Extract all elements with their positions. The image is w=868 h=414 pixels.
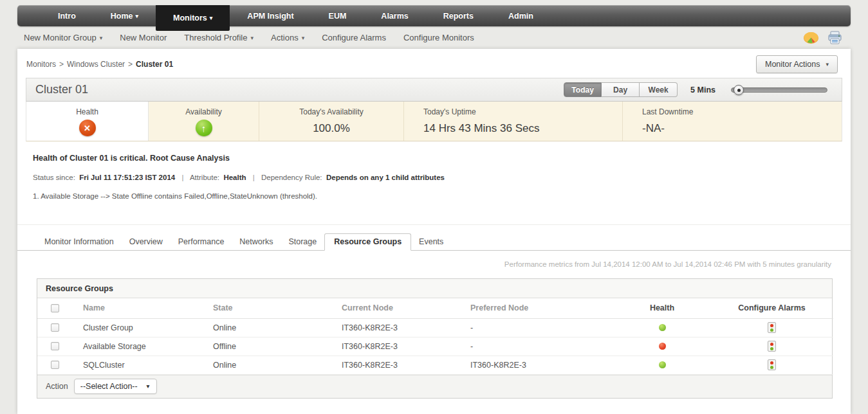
tool-item-label: New Monitor xyxy=(120,33,167,42)
stat-label: Last Downtime xyxy=(642,107,842,116)
table-row: Cluster Group Online IT360-K8R2E-3 - xyxy=(37,318,833,337)
actions-menu[interactable]: Actions▾ xyxy=(271,33,304,42)
nav-item-eum[interactable]: EUM xyxy=(311,5,364,26)
stat-availability[interactable]: Availability xyxy=(149,102,259,141)
table-title: Resource Groups xyxy=(37,279,832,298)
monitor-actions-button[interactable]: Monitor Actions ▾ xyxy=(756,55,838,73)
nav-item-admin[interactable]: Admin xyxy=(491,5,551,26)
action-select[interactable]: --Select Action-- ▼ xyxy=(74,379,157,394)
table-row: Available Storage Offline IT360-K8R2E-3 … xyxy=(37,337,833,356)
cell-state: Online xyxy=(212,356,340,374)
nav-item-label: Reports xyxy=(443,12,474,21)
cell-name: Cluster Group xyxy=(80,318,212,337)
table-row: SQLCluster Online IT360-K8R2E-3 IT360-K8… xyxy=(37,356,833,374)
tab-events[interactable]: Events xyxy=(411,234,451,250)
granularity-label: 5 Mins xyxy=(690,86,716,94)
tab-storage[interactable]: Storage xyxy=(281,234,324,250)
tool-item-label: Actions xyxy=(271,33,299,42)
nav-item-label: Home xyxy=(111,12,133,21)
availability-up-icon xyxy=(196,120,212,136)
configure-alarms-icon[interactable] xyxy=(768,341,776,352)
cluster-header-bar: Cluster 01 Today Day Week 5 Mins xyxy=(26,78,842,102)
nav-item-alarms[interactable]: Alarms xyxy=(364,5,425,26)
stats-strip: Health Availability Today's Availability… xyxy=(26,102,842,141)
row-checkbox[interactable] xyxy=(51,323,59,332)
breadcrumb-separator: > xyxy=(128,60,133,69)
threshold-profile-menu[interactable]: Threshold Profile▾ xyxy=(184,33,254,42)
resource-groups-table: Name State Current Node Preferred Node H… xyxy=(37,298,833,375)
new-monitor-group-menu[interactable]: New Monitor Group▾ xyxy=(24,33,102,42)
nav-item-label: APM Insight xyxy=(247,12,293,21)
stat-health[interactable]: Health xyxy=(26,102,149,141)
slider-handle[interactable] xyxy=(734,85,744,95)
breadcrumb-link-monitors[interactable]: Monitors xyxy=(26,60,56,69)
pie-chart-icon[interactable] xyxy=(803,32,819,44)
separator: | xyxy=(253,174,255,181)
main-content-panel: Monitors>Windows Cluster>Cluster 01 Moni… xyxy=(17,49,851,414)
row-checkbox[interactable] xyxy=(51,342,59,350)
breadcrumb-current-page: Cluster 01 xyxy=(136,60,173,69)
attribute-value: Health xyxy=(223,174,246,181)
period-button-week[interactable]: Week xyxy=(640,82,678,97)
configure-alarms-icon[interactable] xyxy=(768,322,776,333)
period-controls: Today Day Week 5 Mins xyxy=(564,82,833,97)
stat-todays-uptime: Today's Uptime 14 Hrs 43 Mins 36 Secs xyxy=(404,102,623,141)
page-title: Cluster 01 xyxy=(35,83,88,96)
stat-value: 100.0% xyxy=(259,122,403,135)
cell-preferred-node: - xyxy=(469,337,614,356)
monitor-actions-label: Monitor Actions xyxy=(765,60,820,69)
table-header-row: Name State Current Node Preferred Node H… xyxy=(37,298,833,318)
column-header-current-node: Current Node xyxy=(340,298,469,318)
stat-label: Availability xyxy=(149,107,259,116)
cell-current-node: IT360-K8R2E-3 xyxy=(340,356,469,374)
chevron-down-icon: ▾ xyxy=(100,35,103,41)
tab-resource-groups[interactable]: Resource Groups xyxy=(324,233,411,251)
column-header-configure-alarms: Configure Alarms xyxy=(710,298,833,318)
resource-groups-table-container: Resource Groups Name State Current Node … xyxy=(37,278,833,399)
separator: | xyxy=(181,174,183,181)
chevron-down-icon: ▾ xyxy=(251,35,254,41)
nav-item-reports[interactable]: Reports xyxy=(426,5,491,26)
nav-item-intro[interactable]: Intro xyxy=(41,5,93,26)
period-button-today[interactable]: Today xyxy=(564,82,602,97)
nav-item-apm-insight[interactable]: APM Insight xyxy=(230,5,311,26)
period-button-group: Today Day Week xyxy=(564,82,678,97)
status-since-label: Status since: xyxy=(33,174,75,181)
breadcrumb-link-windows-cluster[interactable]: Windows Cluster xyxy=(67,60,125,69)
period-button-day[interactable]: Day xyxy=(602,82,640,97)
stat-todays-availability: Today's Availability 100.0% xyxy=(259,102,404,141)
table-action-row: Action --Select Action-- ▼ xyxy=(37,375,832,398)
column-header-name: Name xyxy=(80,298,212,318)
tab-performance[interactable]: Performance xyxy=(171,234,232,250)
printer-icon[interactable] xyxy=(827,31,842,45)
stat-label: Today's Availability xyxy=(259,107,403,116)
cell-name: SQLCluster xyxy=(80,356,212,374)
chevron-down-icon: ▾ xyxy=(302,35,305,41)
dependency-rule-label: Dependency Rule: xyxy=(261,174,322,181)
configure-alarms-link[interactable]: Configure Alarms xyxy=(322,33,386,42)
root-cause-analysis-section: Health of Cluster 01 is critical. Root C… xyxy=(17,141,851,225)
cell-state: Offline xyxy=(212,337,340,356)
stat-value: -NA- xyxy=(642,122,842,135)
tab-networks[interactable]: Networks xyxy=(232,234,281,250)
cell-current-node: IT360-K8R2E-3 xyxy=(340,337,469,356)
rca-heading: Health of Cluster 01 is critical. Root C… xyxy=(33,154,851,163)
configure-alarms-icon[interactable] xyxy=(768,359,776,370)
action-select-value: --Select Action-- xyxy=(80,382,138,391)
tool-item-label: New Monitor Group xyxy=(24,33,97,42)
new-monitor-link[interactable]: New Monitor xyxy=(120,33,167,42)
attribute-label: Attribute: xyxy=(190,174,219,181)
nav-item-label: EUM xyxy=(329,12,347,21)
row-checkbox[interactable] xyxy=(51,361,59,369)
configure-monitors-link[interactable]: Configure Monitors xyxy=(403,33,474,42)
tab-monitor-information[interactable]: Monitor Information xyxy=(37,234,122,250)
tool-item-label: Threshold Profile xyxy=(184,33,247,42)
tab-overview[interactable]: Overview xyxy=(122,234,171,250)
nav-item-monitors[interactable]: Monitors▾ xyxy=(156,5,230,31)
column-header-preferred-node: Preferred Node xyxy=(469,298,614,318)
dependency-rule-value: Depends on any 1 child attributes xyxy=(326,174,445,181)
nav-item-home[interactable]: Home▾ xyxy=(93,5,156,26)
select-all-checkbox[interactable] xyxy=(51,304,59,312)
top-right-icons xyxy=(803,31,842,45)
granularity-slider[interactable] xyxy=(731,87,827,93)
